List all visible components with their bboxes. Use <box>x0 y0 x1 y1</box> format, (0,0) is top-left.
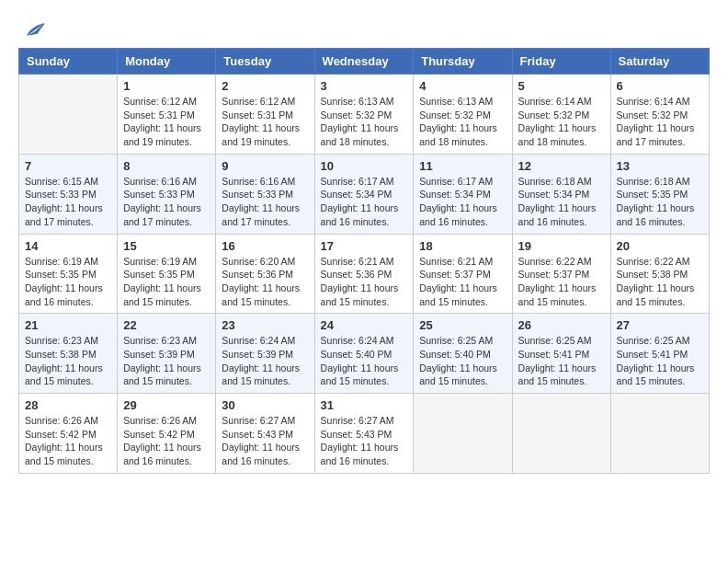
column-header-saturday: Saturday <box>610 49 709 75</box>
day-info: Sunrise: 6:16 AM Sunset: 5:33 PM Dayligh… <box>123 175 210 229</box>
day-number: 23 <box>222 318 308 332</box>
day-number: 12 <box>518 159 605 173</box>
day-info: Sunrise: 6:23 AM Sunset: 5:38 PM Dayligh… <box>25 334 111 388</box>
calendar-cell: 27Sunrise: 6:25 AM Sunset: 5:41 PM Dayli… <box>610 314 709 394</box>
day-info: Sunrise: 6:22 AM Sunset: 5:38 PM Dayligh… <box>617 255 703 309</box>
day-info: Sunrise: 6:26 AM Sunset: 5:42 PM Dayligh… <box>25 414 111 468</box>
calendar-cell: 21Sunrise: 6:23 AM Sunset: 5:38 PM Dayli… <box>19 314 118 394</box>
day-number: 17 <box>321 239 408 253</box>
day-number: 10 <box>321 159 408 173</box>
day-number: 3 <box>321 79 408 93</box>
day-info: Sunrise: 6:16 AM Sunset: 5:33 PM Dayligh… <box>222 175 308 229</box>
day-number: 15 <box>123 239 210 253</box>
day-info: Sunrise: 6:22 AM Sunset: 5:37 PM Dayligh… <box>518 255 605 309</box>
calendar-cell <box>610 394 709 474</box>
calendar-cell: 18Sunrise: 6:21 AM Sunset: 5:37 PM Dayli… <box>414 234 512 314</box>
day-info: Sunrise: 6:24 AM Sunset: 5:40 PM Dayligh… <box>321 334 408 388</box>
day-number: 9 <box>222 159 308 173</box>
day-info: Sunrise: 6:25 AM Sunset: 5:41 PM Dayligh… <box>518 334 605 388</box>
calendar-cell: 24Sunrise: 6:24 AM Sunset: 5:40 PM Dayli… <box>314 314 414 394</box>
day-info: Sunrise: 6:17 AM Sunset: 5:34 PM Dayligh… <box>321 175 408 229</box>
calendar-cell <box>19 75 118 155</box>
calendar-cell: 26Sunrise: 6:25 AM Sunset: 5:41 PM Dayli… <box>512 314 610 394</box>
column-header-sunday: Sunday <box>19 49 118 75</box>
calendar-cell <box>414 394 512 474</box>
calendar-cell: 1Sunrise: 6:12 AM Sunset: 5:31 PM Daylig… <box>118 75 216 155</box>
calendar-cell: 19Sunrise: 6:22 AM Sunset: 5:37 PM Dayli… <box>512 234 610 314</box>
day-number: 27 <box>617 318 703 332</box>
day-info: Sunrise: 6:14 AM Sunset: 5:32 PM Dayligh… <box>617 95 703 149</box>
calendar-cell: 14Sunrise: 6:19 AM Sunset: 5:35 PM Dayli… <box>19 234 118 314</box>
day-info: Sunrise: 6:25 AM Sunset: 5:40 PM Dayligh… <box>419 334 506 388</box>
day-number: 6 <box>617 79 703 93</box>
day-number: 28 <box>25 398 111 412</box>
day-info: Sunrise: 6:18 AM Sunset: 5:35 PM Dayligh… <box>617 175 703 229</box>
day-number: 7 <box>25 159 111 173</box>
day-info: Sunrise: 6:21 AM Sunset: 5:37 PM Dayligh… <box>419 255 506 309</box>
day-number: 19 <box>518 239 605 253</box>
calendar-cell: 17Sunrise: 6:21 AM Sunset: 5:36 PM Dayli… <box>314 234 414 314</box>
day-number: 13 <box>617 159 703 173</box>
calendar-cell <box>512 394 610 474</box>
day-number: 16 <box>222 239 308 253</box>
column-header-thursday: Thursday <box>414 49 512 75</box>
day-number: 24 <box>321 318 408 332</box>
calendar-cell: 11Sunrise: 6:17 AM Sunset: 5:34 PM Dayli… <box>414 154 512 234</box>
calendar-cell: 16Sunrise: 6:20 AM Sunset: 5:36 PM Dayli… <box>216 234 314 314</box>
day-number: 2 <box>222 79 308 93</box>
calendar-week-row: 14Sunrise: 6:19 AM Sunset: 5:35 PM Dayli… <box>19 234 710 314</box>
day-number: 5 <box>518 79 605 93</box>
day-info: Sunrise: 6:19 AM Sunset: 5:35 PM Dayligh… <box>123 255 210 309</box>
page-header <box>18 18 710 39</box>
day-info: Sunrise: 6:23 AM Sunset: 5:39 PM Dayligh… <box>123 334 210 388</box>
day-info: Sunrise: 6:21 AM Sunset: 5:36 PM Dayligh… <box>321 255 408 309</box>
logo-bird-icon <box>20 18 46 44</box>
day-number: 14 <box>25 239 111 253</box>
day-number: 20 <box>617 239 703 253</box>
calendar-cell: 13Sunrise: 6:18 AM Sunset: 5:35 PM Dayli… <box>610 154 709 234</box>
calendar-week-row: 1Sunrise: 6:12 AM Sunset: 5:31 PM Daylig… <box>19 75 710 155</box>
day-number: 22 <box>123 318 210 332</box>
day-info: Sunrise: 6:20 AM Sunset: 5:36 PM Dayligh… <box>222 255 308 309</box>
logo <box>18 18 46 39</box>
day-info: Sunrise: 6:14 AM Sunset: 5:32 PM Dayligh… <box>518 95 605 149</box>
calendar-cell: 4Sunrise: 6:13 AM Sunset: 5:32 PM Daylig… <box>414 75 512 155</box>
column-header-tuesday: Tuesday <box>216 49 314 75</box>
day-info: Sunrise: 6:12 AM Sunset: 5:31 PM Dayligh… <box>123 95 210 149</box>
day-number: 25 <box>419 318 506 332</box>
calendar-cell: 7Sunrise: 6:15 AM Sunset: 5:33 PM Daylig… <box>19 154 118 234</box>
day-number: 29 <box>123 398 210 412</box>
calendar-cell: 15Sunrise: 6:19 AM Sunset: 5:35 PM Dayli… <box>118 234 216 314</box>
calendar-cell: 2Sunrise: 6:12 AM Sunset: 5:31 PM Daylig… <box>216 75 314 155</box>
day-number: 1 <box>123 79 210 93</box>
column-header-friday: Friday <box>512 49 610 75</box>
calendar-cell: 28Sunrise: 6:26 AM Sunset: 5:42 PM Dayli… <box>19 394 118 474</box>
day-info: Sunrise: 6:17 AM Sunset: 5:34 PM Dayligh… <box>419 175 506 229</box>
day-info: Sunrise: 6:15 AM Sunset: 5:33 PM Dayligh… <box>25 175 111 229</box>
column-header-wednesday: Wednesday <box>314 49 414 75</box>
day-info: Sunrise: 6:12 AM Sunset: 5:31 PM Dayligh… <box>222 95 308 149</box>
day-info: Sunrise: 6:18 AM Sunset: 5:34 PM Dayligh… <box>518 175 605 229</box>
calendar-cell: 10Sunrise: 6:17 AM Sunset: 5:34 PM Dayli… <box>314 154 414 234</box>
day-info: Sunrise: 6:24 AM Sunset: 5:39 PM Dayligh… <box>222 334 308 388</box>
calendar-week-row: 28Sunrise: 6:26 AM Sunset: 5:42 PM Dayli… <box>19 394 710 474</box>
calendar-cell: 9Sunrise: 6:16 AM Sunset: 5:33 PM Daylig… <box>216 154 314 234</box>
calendar-week-row: 21Sunrise: 6:23 AM Sunset: 5:38 PM Dayli… <box>19 314 710 394</box>
calendar-cell: 23Sunrise: 6:24 AM Sunset: 5:39 PM Dayli… <box>216 314 314 394</box>
day-info: Sunrise: 6:27 AM Sunset: 5:43 PM Dayligh… <box>222 414 308 468</box>
day-number: 8 <box>123 159 210 173</box>
calendar-cell: 6Sunrise: 6:14 AM Sunset: 5:32 PM Daylig… <box>610 75 709 155</box>
calendar-cell: 20Sunrise: 6:22 AM Sunset: 5:38 PM Dayli… <box>610 234 709 314</box>
day-info: Sunrise: 6:19 AM Sunset: 5:35 PM Dayligh… <box>25 255 111 309</box>
day-number: 18 <box>419 239 506 253</box>
calendar-header-row: SundayMondayTuesdayWednesdayThursdayFrid… <box>19 49 710 75</box>
day-number: 31 <box>321 398 408 412</box>
day-info: Sunrise: 6:26 AM Sunset: 5:42 PM Dayligh… <box>123 414 210 468</box>
day-info: Sunrise: 6:13 AM Sunset: 5:32 PM Dayligh… <box>419 95 506 149</box>
calendar-cell: 29Sunrise: 6:26 AM Sunset: 5:42 PM Dayli… <box>118 394 216 474</box>
day-number: 21 <box>25 318 111 332</box>
day-number: 11 <box>419 159 506 173</box>
calendar-cell: 22Sunrise: 6:23 AM Sunset: 5:39 PM Dayli… <box>118 314 216 394</box>
calendar-cell: 31Sunrise: 6:27 AM Sunset: 5:43 PM Dayli… <box>314 394 414 474</box>
calendar-cell: 8Sunrise: 6:16 AM Sunset: 5:33 PM Daylig… <box>118 154 216 234</box>
